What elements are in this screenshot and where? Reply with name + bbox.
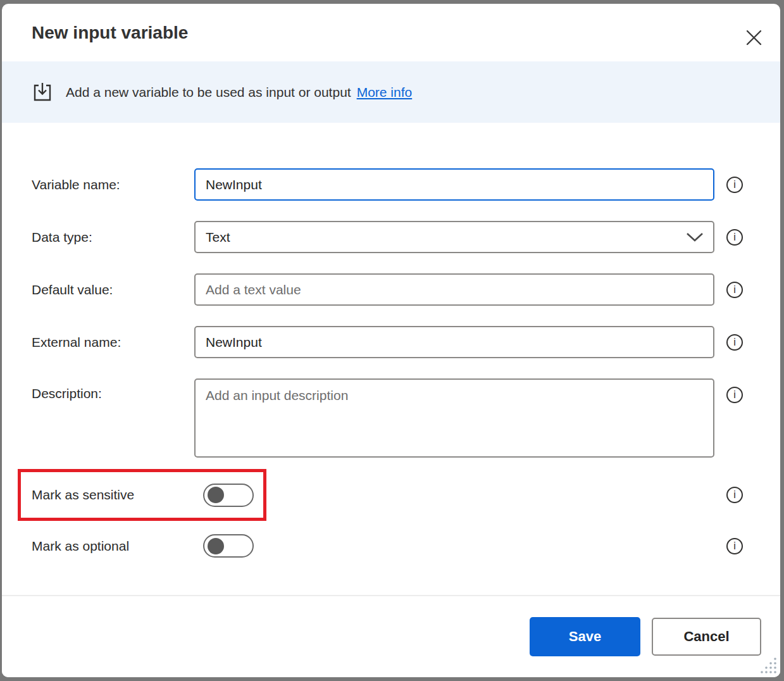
data-type-info-icon[interactable]: i <box>726 229 743 246</box>
variable-name-info-icon[interactable]: i <box>726 177 743 193</box>
toggle-knob <box>208 538 224 554</box>
input-variable-icon <box>32 82 53 103</box>
external-name-input[interactable] <box>194 326 714 358</box>
toggle-knob <box>208 487 224 503</box>
external-name-info-icon[interactable]: i <box>726 334 743 351</box>
data-type-row: Data type: Text i <box>2 221 780 253</box>
default-value-input[interactable] <box>194 273 714 306</box>
highlight-annotation: Mark as sensitive <box>18 469 266 521</box>
default-value-label: Default value: <box>32 282 194 297</box>
dialog-footer: Save Cancel <box>2 595 780 677</box>
variable-name-row: Variable name: i <box>2 168 780 201</box>
mark-as-optional-row: Mark as optional i <box>2 534 780 558</box>
external-name-row: External name: i <box>2 326 780 358</box>
close-button[interactable] <box>744 28 763 47</box>
default-value-info-icon[interactable]: i <box>726 282 743 298</box>
chevron-down-icon <box>686 232 704 242</box>
mark-as-sensitive-info-icon[interactable]: i <box>726 487 743 503</box>
save-button[interactable]: Save <box>530 617 640 656</box>
variable-name-input[interactable] <box>194 168 714 201</box>
description-row: Description: i <box>2 378 780 458</box>
external-name-label: External name: <box>32 335 194 350</box>
data-type-label: Data type: <box>32 230 194 245</box>
resize-grip[interactable] <box>759 656 777 674</box>
dialog-title: New input variable <box>32 23 188 43</box>
variable-name-label: Variable name: <box>32 177 194 192</box>
mark-as-optional-toggle[interactable] <box>203 534 254 558</box>
data-type-select[interactable]: Text <box>194 221 714 253</box>
close-icon <box>746 30 762 46</box>
mark-as-sensitive-label: Mark as sensitive <box>32 487 203 503</box>
dialog-header: New input variable <box>2 4 780 61</box>
data-type-selected-value: Text <box>206 230 230 245</box>
mark-as-optional-info-icon[interactable]: i <box>726 538 743 554</box>
default-value-row: Default value: i <box>2 273 780 306</box>
mark-as-sensitive-row: Mark as sensitive i <box>2 469 780 521</box>
description-textarea[interactable] <box>194 378 714 458</box>
new-input-variable-dialog: New input variable Add a new variable to… <box>2 4 780 677</box>
mark-as-sensitive-toggle[interactable] <box>203 484 254 507</box>
cancel-button[interactable]: Cancel <box>652 618 761 656</box>
description-label: Description: <box>32 386 194 401</box>
description-info-icon[interactable]: i <box>726 387 743 403</box>
more-info-link[interactable]: More info <box>357 85 413 100</box>
dialog-form: Variable name: i Data type: Text i Defau… <box>2 123 780 595</box>
banner-message: Add a new variable to be used as input o… <box>66 85 351 100</box>
info-banner: Add a new variable to be used as input o… <box>2 61 780 123</box>
mark-as-optional-label: Mark as optional <box>32 539 203 554</box>
